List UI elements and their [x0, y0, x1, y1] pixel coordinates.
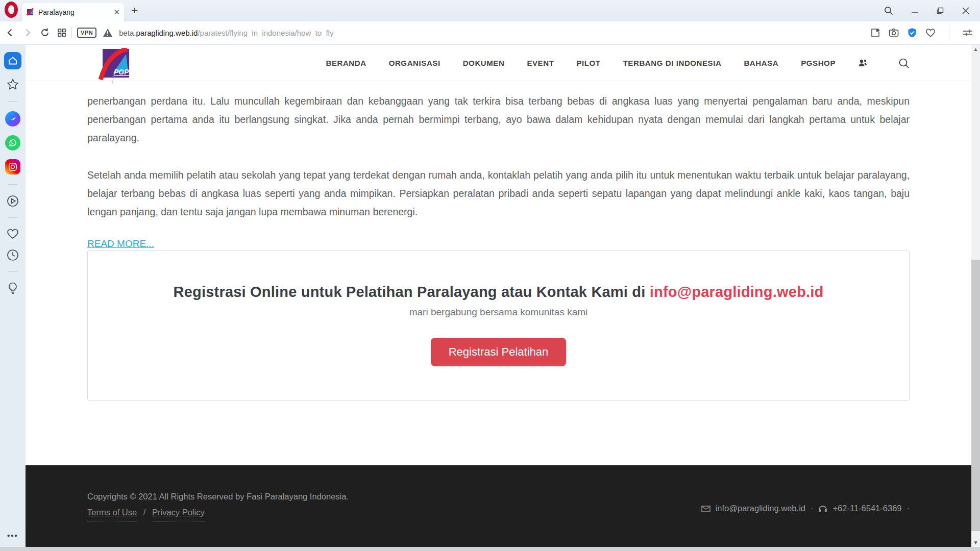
user-account-icon[interactable]	[858, 59, 868, 67]
player-icon[interactable]	[6, 194, 19, 208]
page-viewport: PGPI BERANDA ORGANISASI DOKUMEN EVENT PI…	[26, 45, 980, 547]
cta-heading-text: Registrasi Online untuk Pelatihan Parala…	[174, 284, 650, 300]
whatsapp-icon[interactable]	[5, 135, 20, 151]
footer-email[interactable]: info@paragliding.web.id	[716, 504, 805, 513]
article-paragraph-1: penerbangan perdana itu. Lalu muncullah …	[87, 92, 910, 147]
privacy-policy-link[interactable]: Privacy Policy	[152, 508, 205, 521]
instagram-icon[interactable]	[5, 159, 20, 174]
bookmarks-star-icon[interactable]	[6, 78, 19, 91]
article-content: penerbangan perdana itu. Lalu muncullah …	[87, 81, 910, 400]
site-search-icon[interactable]	[898, 58, 910, 69]
headset-icon	[818, 503, 827, 513]
security-shield-icon[interactable]	[907, 28, 917, 38]
pinboards-heart-icon[interactable]	[6, 228, 19, 240]
reload-button[interactable]	[40, 28, 50, 38]
read-more-link[interactable]: READ MORE...	[87, 238, 154, 249]
main-navigation: BERANDA ORGANISASI DOKUMEN EVENT PILOT T…	[326, 58, 910, 69]
snapshot-camera-icon[interactable]	[889, 28, 899, 38]
new-tab-button[interactable]: +	[131, 4, 138, 17]
footer-dot-2: ·	[907, 504, 910, 513]
nav-terbang-di-indonesia[interactable]: TERBANG DI INDONESIA	[623, 59, 722, 67]
tab-bar: Paralayang ✕ +	[0, 0, 980, 21]
window-minimize-button[interactable]	[911, 7, 919, 15]
footer-dot-1: ·	[811, 504, 814, 513]
address-bar[interactable]: beta.paragliding.web.id/paratest/flying_…	[119, 29, 333, 37]
site-warning-icon[interactable]	[103, 28, 113, 38]
tab-title: Paralayang	[38, 8, 109, 16]
scroll-up-arrow[interactable]: ▲	[971, 45, 980, 54]
forward-button[interactable]	[22, 28, 33, 38]
site-footer: Copyrights © 2021 All Rights Reserved by…	[26, 465, 971, 547]
cta-heading-email-link[interactable]: info@paragliding.web.id	[650, 284, 824, 300]
sidebar-more-options[interactable]: •••	[0, 531, 26, 540]
back-button[interactable]	[5, 28, 15, 38]
history-clock-icon[interactable]	[6, 248, 19, 262]
browser-window: Paralayang ✕ +	[0, 0, 980, 551]
speed-dial-home-icon[interactable]	[4, 52, 21, 69]
nav-event[interactable]: EVENT	[527, 59, 554, 67]
cta-heading: Registrasi Online untuk Pelatihan Parala…	[88, 284, 909, 300]
url-subdomain: beta.	[119, 29, 136, 37]
nav-pgshop[interactable]: PGSHOP	[801, 59, 836, 67]
vpn-badge[interactable]: VPN	[77, 28, 96, 38]
tab-favicon	[26, 8, 34, 16]
cta-subtext: mari bergabung bersama komunitas kami	[88, 307, 909, 318]
svg-text:PGPI: PGPI	[114, 68, 132, 76]
tab-search-icon[interactable]	[884, 6, 893, 15]
page-scrollbar[interactable]: ▲ ▼	[971, 45, 980, 547]
window-maximize-button[interactable]	[936, 7, 944, 15]
registration-cta-box: Registrasi Online untuk Pelatihan Parala…	[87, 251, 910, 400]
footer-links-separator: /	[143, 508, 146, 517]
messenger-icon[interactable]	[5, 111, 20, 127]
pgpi-logo[interactable]: PGPI	[97, 48, 133, 88]
nav-bahasa[interactable]: BAHASA	[744, 59, 778, 67]
browser-tab[interactable]: Paralayang ✕	[22, 3, 124, 21]
speed-dial-grid-icon[interactable]	[57, 28, 66, 38]
url-path: /paratest/flying_in_indonesia/how_to_fly	[198, 29, 333, 37]
article-paragraph-2: Setelah anda memilih pelatih atau sekola…	[87, 166, 910, 221]
url-domain: paragliding.web.id	[136, 29, 198, 37]
registration-button[interactable]: Registrasi Pelatihan	[431, 338, 567, 366]
pinboard-icon[interactable]	[870, 28, 880, 38]
nav-beranda[interactable]: BERANDA	[326, 59, 366, 67]
scrollbar-thumb[interactable]	[971, 260, 980, 531]
tab-close-icon[interactable]: ✕	[113, 8, 120, 17]
address-toolbar: VPN beta.paragliding.web.id/paratest/fly…	[0, 21, 980, 44]
window-bottom-edge	[0, 547, 980, 551]
envelope-icon	[701, 504, 710, 513]
nav-pilot[interactable]: PILOT	[576, 59, 600, 67]
window-close-button[interactable]	[962, 7, 970, 15]
footer-phone[interactable]: +62-11-6541-6369	[832, 504, 901, 513]
bookmark-heart-icon[interactable]	[925, 28, 936, 38]
site-header: PGPI BERANDA ORGANISASI DOKUMEN EVENT PI…	[26, 45, 971, 81]
scroll-down-arrow[interactable]: ▼	[971, 538, 980, 547]
opera-logo-icon[interactable]	[5, 2, 18, 18]
opera-sidebar: •••	[0, 45, 26, 547]
footer-copyright: Copyrights © 2021 All Rights Reserved by…	[87, 492, 349, 502]
easy-setup-sliders-icon[interactable]	[963, 28, 973, 38]
nav-dokumen[interactable]: DOKUMEN	[463, 59, 505, 67]
tips-lightbulb-icon[interactable]	[7, 282, 19, 295]
nav-organisasi[interactable]: ORGANISASI	[389, 59, 440, 67]
terms-of-use-link[interactable]: Terms of Use	[87, 508, 137, 521]
